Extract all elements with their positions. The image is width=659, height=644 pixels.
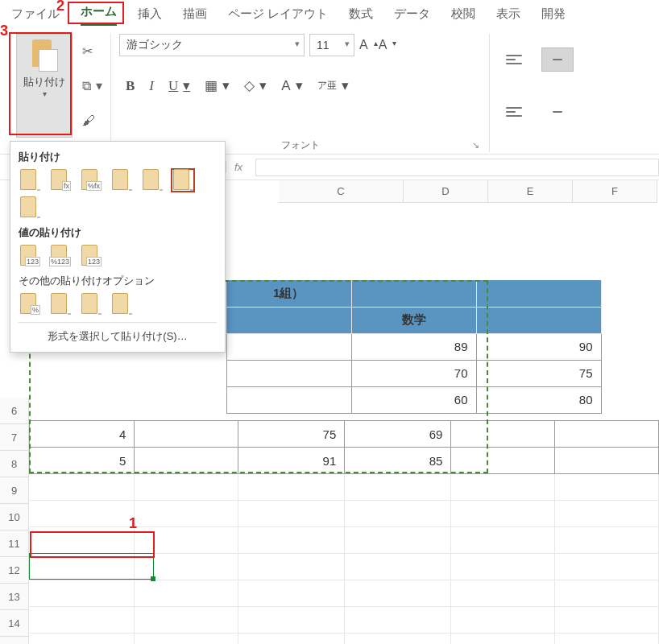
copy-icon[interactable]: ⧉▾	[82, 78, 102, 93]
borders-button[interactable]: ▦▾	[205, 77, 230, 94]
cell[interactable]: 60	[351, 386, 476, 413]
cell[interactable]: 85	[345, 448, 451, 474]
tab-review[interactable]: 校閲	[451, 2, 475, 26]
callout-number-1: 1	[129, 515, 137, 532]
cut-icon[interactable]: ✂	[82, 43, 102, 59]
paste-option-noborders-icon[interactable]	[141, 169, 164, 192]
col-header[interactable]: D	[404, 180, 488, 203]
cell[interactable]	[135, 421, 238, 448]
align-left-button[interactable]	[498, 100, 530, 124]
col-header[interactable]: C	[279, 180, 404, 203]
align-center-button[interactable]	[541, 100, 574, 124]
group-clipboard: 貼り付け ▾ ✂ ⧉▾ 🖌	[8, 34, 111, 152]
row-header[interactable]: 10	[0, 504, 29, 530]
row-header[interactable]: 11	[0, 530, 29, 557]
font-size-combo[interactable]: 11	[309, 34, 354, 56]
paste-options-panel: 貼り付け fx %fx 値の貼り付け 123 %123 123 その他の貼り付け…	[10, 141, 226, 353]
paste-option-values-icon[interactable]: 123	[19, 245, 41, 267]
decrease-font-icon[interactable]: A▾	[379, 38, 392, 52]
tab-draw[interactable]: 描画	[183, 2, 207, 26]
row-headers[interactable]: 6 7 8 9 10 11 12 13 14 15	[0, 398, 29, 644]
cell[interactable]	[476, 307, 601, 333]
tab-home[interactable]: ホーム	[81, 0, 117, 26]
paste-icon	[31, 39, 58, 72]
row-header[interactable]: 8	[0, 451, 29, 477]
cell[interactable]: 75	[476, 360, 601, 386]
paste-option-keep-source-icon[interactable]	[110, 169, 133, 192]
cell[interactable]: 90	[476, 333, 601, 360]
cell[interactable]: 4	[30, 421, 135, 448]
paste-option-link-icon[interactable]	[49, 293, 72, 316]
cell[interactable]: 5	[30, 448, 135, 474]
cell[interactable]: 1組）	[226, 280, 351, 307]
paste-option-picture-icon[interactable]	[80, 293, 102, 316]
chevron-down-icon: ▾	[43, 89, 47, 98]
paste-panel-title: 貼り付け	[19, 150, 217, 164]
tab-formula[interactable]: 数式	[349, 2, 373, 26]
paste-option-linked-picture-icon[interactable]	[110, 293, 133, 316]
cell[interactable]: 数学	[351, 307, 476, 333]
cell[interactable]	[226, 386, 351, 413]
paste-option-values-number-icon[interactable]: %123	[49, 245, 72, 267]
italic-button[interactable]: I	[149, 78, 154, 94]
phonetic-button[interactable]: ア亜▾	[317, 77, 349, 94]
cell[interactable]: 69	[345, 421, 451, 448]
row-header[interactable]: 9	[0, 477, 29, 504]
col-header[interactable]: F	[573, 180, 657, 203]
cell[interactable]: 75	[238, 421, 345, 448]
cell[interactable]: 91	[238, 448, 345, 474]
paste-option-transpose-icon[interactable]	[19, 196, 41, 219]
paste-option-formatting-icon[interactable]: %	[19, 293, 41, 316]
cell[interactable]: 70	[351, 360, 476, 386]
row-header[interactable]: 14	[0, 610, 29, 637]
tab-view[interactable]: 表示	[496, 2, 520, 26]
align-top-button[interactable]	[498, 47, 530, 72]
font-name-combo[interactable]: 游ゴシック	[119, 34, 305, 56]
row-header[interactable]: 15	[0, 637, 29, 644]
group-alignment	[490, 34, 582, 152]
fill-color-button[interactable]: ◇▾	[244, 77, 267, 94]
row-header[interactable]: 13	[0, 584, 29, 610]
cell[interactable]	[351, 280, 476, 307]
ribbon: 貼り付け ▾ ✂ ⧉▾ 🖌 游ゴシック 11 A▴ A▾ B I	[0, 26, 659, 155]
callout-number-2: 2	[56, 0, 64, 14]
underline-button[interactable]: U▾	[168, 77, 190, 94]
paste-option-all-icon[interactable]	[19, 169, 41, 192]
font-color-button[interactable]: A▾	[281, 77, 302, 94]
tab-dev[interactable]: 開発	[541, 2, 566, 26]
cell[interactable]	[135, 448, 238, 474]
cell[interactable]	[226, 360, 351, 386]
clipboard-tools: ✂ ⧉▾ 🖌	[73, 34, 102, 138]
tab-insert[interactable]: 挿入	[138, 2, 162, 26]
row-header[interactable]: 6	[0, 398, 29, 424]
paste-option-keep-width-icon[interactable]	[172, 169, 194, 192]
cell[interactable]: 80	[476, 386, 601, 413]
tab-data[interactable]: データ	[394, 2, 430, 26]
row-header[interactable]: 12	[0, 557, 29, 584]
formula-input[interactable]	[255, 159, 659, 176]
paste-option-formulas-number-icon[interactable]: %fx	[80, 169, 102, 192]
column-headers[interactable]: C D E F	[279, 180, 659, 203]
increase-font-icon[interactable]: A▴	[359, 38, 372, 52]
cell[interactable]: 89	[351, 333, 476, 360]
group-font: 游ゴシック 11 A▴ A▾ B I U▾ ▦▾ ◇▾ A▾	[111, 34, 490, 152]
cell[interactable]	[476, 280, 601, 307]
tab-file[interactable]: ファイル	[11, 2, 60, 26]
paste-panel-title-other: その他の貼り付けオプション	[19, 274, 217, 288]
col-header[interactable]: E	[488, 180, 573, 203]
format-painter-icon[interactable]: 🖌	[82, 114, 102, 128]
align-middle-button[interactable]	[541, 47, 574, 72]
bold-button[interactable]: B	[126, 78, 135, 94]
cell[interactable]	[226, 333, 351, 360]
paste-option-values-source-icon[interactable]: 123	[80, 245, 102, 267]
row-header[interactable]: 7	[0, 424, 29, 451]
cell[interactable]	[226, 307, 351, 333]
paste-special-menuitem[interactable]: 形式を選択して貼り付け(S)…	[19, 322, 217, 349]
menu-tabs: ファイル ホーム 挿入 描画 ページ レイアウト 数式 データ 校閲 表示 開発	[0, 0, 659, 26]
paste-button[interactable]: 貼り付け ▾	[16, 34, 73, 138]
tab-layout[interactable]: ページ レイアウト	[228, 2, 328, 26]
font-dialog-launcher-icon[interactable]: ↘	[470, 139, 481, 151]
callout-number-3: 3	[0, 23, 8, 39]
paste-option-formulas-icon[interactable]: fx	[49, 169, 72, 192]
fx-icon[interactable]: fx	[226, 161, 251, 173]
